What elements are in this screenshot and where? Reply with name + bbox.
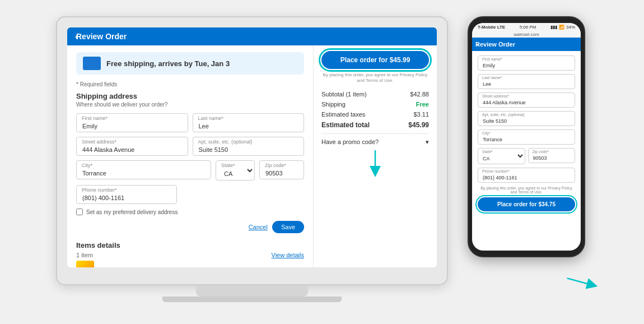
phone-back-arrow-icon[interactable]: ‹ xyxy=(477,41,479,48)
total-row: Estimated total $45.99 xyxy=(321,121,429,129)
phone-wifi-icon: 📶 xyxy=(559,25,564,30)
preferred-checkbox-row: Set as my preferred delivery address xyxy=(76,209,304,215)
name-row: First name* Last name* xyxy=(76,113,304,132)
phone-apt-label: Apt, suite, etc. (optional) xyxy=(482,113,524,117)
shipping-section-title: Shipping address xyxy=(76,92,304,100)
laptop-base xyxy=(162,297,342,302)
laptop-device: ‹ Review Order Free shipping, arrives by… xyxy=(56,16,448,308)
promo-label: Have a promo code? xyxy=(321,138,379,145)
shipping-section-subtitle: Where should we deliver your order? xyxy=(76,101,304,108)
place-order-button[interactable]: Place order for $45.99 xyxy=(321,51,429,69)
promo-row[interactable]: Have a promo code? ▾ xyxy=(321,133,429,146)
phone-street-field: Street address* xyxy=(478,92,575,108)
phone-row: Phone number* xyxy=(76,185,304,204)
street-field: Street address* xyxy=(76,137,188,156)
laptop-stand xyxy=(196,285,308,297)
total-label: Estimated total xyxy=(321,121,370,129)
street-label: Street address* xyxy=(82,139,116,145)
down-arrow-annotation xyxy=(364,150,386,178)
left-panel: Free shipping, arrives by Tue, Jan 3 * R… xyxy=(67,45,314,267)
phone-label: Phone number* xyxy=(82,187,117,193)
shipping-banner-text: Free shipping, arrives by Tue, Jan 3 xyxy=(106,59,230,68)
phone-signal-icon: ▮▮▮ xyxy=(550,25,557,30)
phone-status-right: ▮▮▮ 📶 34% xyxy=(550,25,575,30)
taxes-row: Estimated taxes $3.11 xyxy=(321,111,429,118)
phone-screen: T-Mobile LTE 5:06 PM ▮▮▮ 📶 34% walmart.c… xyxy=(472,23,581,251)
state-label: State* xyxy=(221,163,235,168)
phone-state-zip-row: State* CA Zip code* xyxy=(478,148,575,168)
phone-state-field: State* CA xyxy=(478,148,525,164)
taxes-label: Estimated taxes xyxy=(321,111,365,118)
street-row: Street address* Apt, suite, etc. (option… xyxy=(76,137,304,156)
phone-bottom-note: By placing this order, you agree to our … xyxy=(478,186,575,194)
items-section-title: Items details xyxy=(76,241,304,249)
phone-carrier: T-Mobile LTE xyxy=(478,25,505,30)
subtotal-value: $42.88 xyxy=(410,91,429,98)
state-field: State* CA xyxy=(216,160,255,180)
shipping-banner: Free shipping, arrives by Tue, Jan 3 xyxy=(76,52,304,75)
phone-zip-field: Zip code* xyxy=(528,148,576,164)
phone-city-field: City* xyxy=(478,129,575,145)
shipping-row: Shipping Free xyxy=(321,101,429,108)
city-field: City* xyxy=(76,160,211,180)
subtotal-label: Subtotal (1 item) xyxy=(321,91,367,98)
phone-phone-field: Phone number* xyxy=(478,168,575,183)
last-name-field: Last name* xyxy=(193,113,305,132)
promo-chevron-icon: ▾ xyxy=(426,138,429,146)
phone-last-name-label: Last name* xyxy=(482,76,502,80)
preferred-label: Set as my preferred delivery address xyxy=(86,209,178,215)
arrow-annotation-container xyxy=(321,150,429,180)
city-state-zip-row: City* State* CA Zip code* xyxy=(76,160,304,180)
phone-street-label: Street address* xyxy=(482,94,509,98)
form-actions: Cancel Save xyxy=(76,221,304,233)
phone-header: ‹ Review Order xyxy=(472,38,581,51)
truck-icon xyxy=(83,57,101,70)
phone-content: First name* Last name* Street address* A… xyxy=(472,51,581,251)
phone-device: T-Mobile LTE 5:06 PM ▮▮▮ 📶 34% walmart.c… xyxy=(465,16,588,308)
last-name-label: Last name* xyxy=(198,115,224,121)
item-thumbnail xyxy=(76,261,94,267)
city-label: City* xyxy=(82,163,92,168)
phone-arrow-annotation xyxy=(563,265,599,301)
laptop-body: ‹ Review Order Free shipping, arrives by… xyxy=(56,16,448,285)
cancel-button[interactable]: Cancel xyxy=(249,221,268,233)
zip-label: Zip code* xyxy=(265,163,286,168)
phone-time: 5:06 PM xyxy=(520,25,536,30)
preferred-checkbox[interactable] xyxy=(76,209,83,215)
taxes-value: $3.11 xyxy=(413,111,429,118)
phone-first-name-label: First name* xyxy=(482,57,502,61)
city-input[interactable] xyxy=(76,160,211,179)
laptop-screen-header: ‹ Review Order xyxy=(67,27,437,45)
place-order-note: By placing this order, you agree to our … xyxy=(321,72,429,84)
phone-page-title: Review Order xyxy=(475,41,515,48)
phone-apt-field: Apt, suite, etc. (optional) xyxy=(478,111,575,126)
phone-zip-label: Zip code* xyxy=(533,150,549,154)
subtotal-row: Subtotal (1 item) $42.88 xyxy=(321,91,429,98)
right-panel: Place order for $45.99 By placing this o… xyxy=(314,45,437,267)
phone-phone-label: Phone number* xyxy=(482,169,510,173)
view-details-link[interactable]: View details xyxy=(272,252,305,258)
total-value: $45.99 xyxy=(408,121,429,129)
phone-city-input[interactable] xyxy=(478,129,575,145)
laptop-screen: ‹ Review Order Free shipping, arrives by… xyxy=(67,27,437,267)
shipping-label: Shipping xyxy=(321,101,346,108)
shipping-value: Free xyxy=(416,101,429,108)
back-arrow-icon[interactable]: ‹ xyxy=(75,32,78,41)
phone-state-label: State* xyxy=(482,150,493,154)
laptop-screen-content: Free shipping, arrives by Tue, Jan 3 * R… xyxy=(67,45,437,267)
zip-field: Zip code* xyxy=(259,160,304,180)
phone-url: walmart.com xyxy=(472,31,581,38)
items-count: 1 item xyxy=(76,252,93,258)
save-button[interactable]: Save xyxy=(272,221,304,233)
phone-last-name-field: Last name* xyxy=(478,74,575,89)
phone-first-name-field: First name* xyxy=(478,55,575,71)
phone-battery: 34% xyxy=(566,25,575,30)
phone-place-order-button[interactable]: Place order for $34.75 xyxy=(478,197,575,211)
phone-body: T-Mobile LTE 5:06 PM ▮▮▮ 📶 34% walmart.c… xyxy=(468,16,585,257)
apt-label: Apt, suite, etc. (optional) xyxy=(198,139,253,145)
phone-city-label: City* xyxy=(482,131,491,135)
phone-field: Phone number* xyxy=(76,185,177,204)
required-note: * Required fields xyxy=(76,81,304,87)
phone-status-bar: T-Mobile LTE 5:06 PM ▮▮▮ 📶 34% xyxy=(472,23,581,31)
first-name-field: First name* xyxy=(76,113,188,132)
